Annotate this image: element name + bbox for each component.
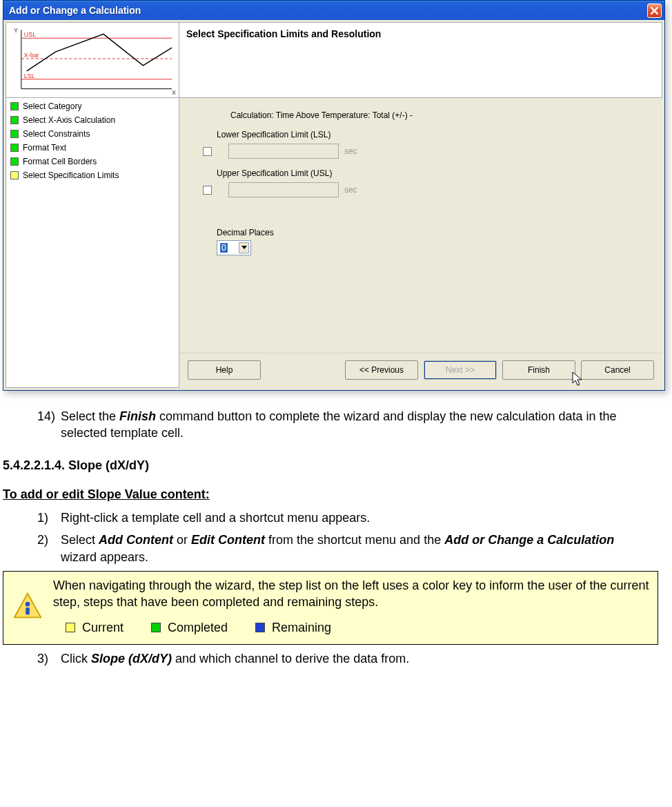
decimal-places-select[interactable]: 0 [217, 240, 251, 255]
close-button[interactable] [647, 3, 662, 18]
wizard-dialog: Add or Change a Calculation Y X USL [3, 0, 665, 391]
step-swatch-icon [10, 144, 19, 152]
decimal-places-label: Decimal Places [217, 228, 642, 237]
previous-button[interactable]: << Previous [345, 360, 418, 380]
window-title: Add or Change a Calculation [9, 5, 141, 16]
list-number: 1) [37, 509, 57, 526]
close-icon [651, 7, 658, 14]
list-text: Click Slope (dX/dY) and which channel to… [61, 650, 644, 667]
list-number: 2) [37, 532, 57, 565]
list-number: 14) [37, 408, 57, 442]
step-item-format-borders[interactable]: Format Cell Borders [6, 155, 179, 168]
wizard-right-column: Select Specification Limits and Resoluti… [179, 22, 662, 388]
cancel-button[interactable]: Cancel [581, 360, 654, 380]
usl-unit: sec [344, 185, 357, 195]
step-item-constraints[interactable]: Select Constraints [6, 127, 179, 141]
list-text: Select Add Content or Edit Content from … [61, 532, 644, 565]
step-item-xaxis[interactable]: Select X-Axis Calculation [6, 113, 179, 127]
swatch-blue-icon [255, 623, 265, 632]
list-item: 14) Select the Finish command button to … [37, 408, 644, 442]
usl-input[interactable] [228, 182, 339, 197]
svg-text:LSL: LSL [24, 72, 35, 79]
svg-text:X-bar: X-bar [24, 52, 39, 59]
step-label: Format Cell Borders [23, 155, 97, 168]
step-label: Format Text [23, 142, 66, 154]
next-button: Next >> [424, 360, 497, 380]
svg-point-10 [26, 601, 30, 606]
decimal-places-value: 0 [220, 243, 228, 253]
step-label: Select X-Axis Calculation [23, 114, 115, 126]
lsl-unit: sec [344, 146, 357, 156]
wizard-step-list: Select Category Select X-Axis Calculatio… [6, 98, 179, 388]
key-completed: Completed [151, 619, 228, 636]
svg-text:X: X [172, 89, 176, 96]
lsl-input[interactable] [228, 144, 339, 159]
dialog-body: Y X USL X-bar LSL Select Category Select… [3, 20, 664, 390]
wizard-button-row: Help << Previous Next >> Finish Cancel [179, 353, 662, 388]
help-button[interactable]: Help [188, 360, 261, 380]
step-label: Select Constraints [23, 128, 90, 140]
usl-label: Upper Specification Limit (USL) [217, 168, 642, 178]
list-text: Right-click a template cell and a shortc… [61, 509, 644, 526]
list-item: 2) Select Add Content or Edit Content fr… [37, 532, 644, 565]
swatch-green-icon [151, 623, 161, 632]
step-item-category[interactable]: Select Category [6, 99, 179, 113]
svg-rect-11 [26, 607, 30, 614]
step-item-format-text[interactable]: Format Text [6, 141, 179, 155]
lsl-label: Lower Specification Limit (LSL) [217, 130, 642, 139]
list-item: 1) Right-click a template cell and a sho… [37, 509, 644, 526]
key-current: Current [66, 619, 123, 636]
note-paragraph: When navigating through the wizard, the … [53, 577, 653, 611]
section-heading: 5.4.2.2.1.4. Slope (dX/dY) [3, 457, 669, 474]
lsl-checkbox[interactable] [203, 147, 212, 156]
list-item: 3) Click Slope (dX/dY) and which channel… [37, 650, 644, 667]
info-note: When navigating through the wizard, the … [3, 571, 658, 645]
svg-text:Y: Y [14, 27, 18, 34]
list-number: 3) [37, 650, 57, 667]
calculation-label: Calculation: Time Above Temperature: Tot… [230, 110, 642, 120]
panel-body: Calculation: Time Above Temperature: Tot… [179, 98, 662, 353]
step-swatch-icon [10, 130, 19, 138]
step-label: Select Category [23, 100, 81, 113]
sub-heading: To add or edit Slope Value content: [3, 486, 669, 503]
chevron-down-icon [239, 242, 249, 253]
step-swatch-icon [10, 171, 19, 179]
panel-heading: Select Specification Limits and Resoluti… [179, 22, 662, 98]
info-icon [10, 577, 45, 636]
finish-button[interactable]: Finish [502, 360, 575, 380]
key-remaining: Remaining [255, 619, 331, 636]
chart-preview: Y X USL X-bar LSL [6, 22, 179, 98]
note-text-body: When navigating through the wizard, the … [53, 577, 653, 636]
step-label: Select Specification Limits [23, 169, 119, 182]
svg-text:USL: USL [24, 31, 36, 38]
color-key-row: Current Completed Remaining [66, 619, 653, 636]
usl-checkbox[interactable] [203, 186, 212, 195]
step-swatch-icon [10, 116, 19, 124]
list-text: Select the Finish command button to comp… [61, 408, 644, 442]
wizard-left-column: Y X USL X-bar LSL Select Category Select… [6, 22, 179, 388]
titlebar: Add or Change a Calculation [3, 1, 664, 20]
step-swatch-icon [10, 157, 19, 166]
swatch-yellow-icon [66, 623, 75, 632]
step-item-spec-limits[interactable]: Select Specification Limits [6, 168, 179, 182]
document-body: 14) Select the Finish command button to … [3, 408, 669, 667]
step-swatch-icon [10, 102, 19, 110]
